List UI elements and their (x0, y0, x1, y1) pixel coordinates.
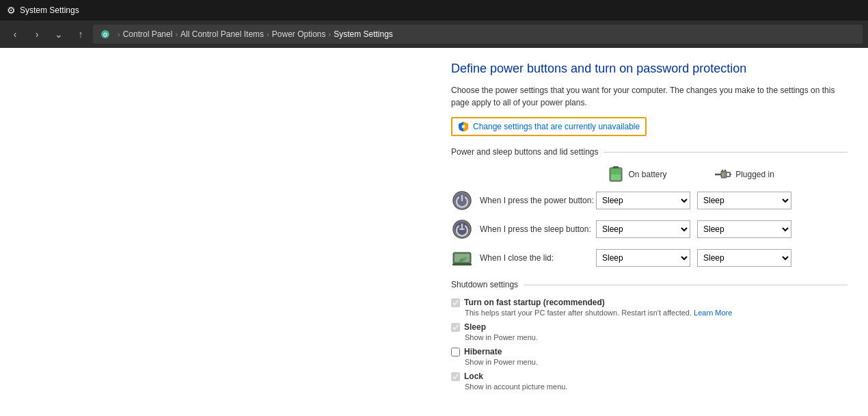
title-bar: ⚙ System Settings (0, 0, 868, 21)
breadcrumb-system-settings: System Settings (334, 29, 393, 39)
hibernate-item: Hibernate Show in Power menu. (451, 347, 847, 366)
svg-rect-4 (613, 166, 619, 168)
sleep-shutdown-desc: Show in Power menu. (465, 333, 847, 341)
learn-more-link[interactable]: Learn More (694, 309, 732, 317)
sleep-shutdown-row: Sleep (451, 322, 847, 332)
lid-close-battery-select[interactable]: Do nothing Sleep Hibernate Shut down Tur… (596, 249, 690, 267)
change-settings-text: Change settings that are currently unava… (473, 122, 640, 131)
column-headers: On battery Plugged in (451, 165, 847, 184)
fast-startup-desc: This helps start your PC faster after sh… (465, 309, 847, 317)
sleep-button-battery-select[interactable]: Do nothing Sleep Hibernate Shut down Tur… (596, 220, 690, 238)
right-panel: Define power buttons and turn on passwor… (437, 48, 868, 416)
svg-rect-19 (452, 263, 472, 265)
pluggedin-icon (712, 166, 731, 183)
up-button[interactable]: ↑ (71, 25, 90, 44)
shutdown-section: Shutdown settings Turn on fast startup (… (451, 280, 847, 391)
lid-close-label: When I close the lid: (480, 253, 596, 263)
power-icon-svg (452, 191, 472, 210)
sleep-shutdown-checkbox[interactable] (451, 323, 460, 332)
sleep-shutdown-item: Sleep Show in Power menu. (451, 322, 847, 341)
battery-icon (608, 165, 624, 184)
change-settings-link[interactable]: Change settings that are currently unava… (451, 117, 647, 136)
lock-row: Lock (451, 372, 847, 381)
main-content: Define power buttons and turn on passwor… (0, 48, 868, 416)
lid-close-icon (451, 247, 473, 269)
lock-item: Lock Show in account picture menu. (451, 372, 847, 391)
shield-uac-icon (458, 121, 469, 132)
sleep-button-label: When I press the sleep button: (480, 224, 596, 234)
lid-close-dropdowns: Do nothing Sleep Hibernate Shut down Tur… (596, 249, 791, 267)
breadcrumb-bar: ⚙ › Control Panel › All Control Panel It… (93, 25, 863, 44)
hibernate-row: Hibernate (451, 347, 847, 356)
pluggedin-column-header: Plugged in (694, 166, 793, 183)
power-button-row: When I press the power button: Do nothin… (451, 190, 847, 211)
fast-startup-row: Turn on fast startup (recommended) (451, 298, 847, 307)
title-bar-icon: ⚙ (7, 5, 16, 16)
shutdown-section-header: Shutdown settings (451, 280, 847, 289)
breadcrumb-all-items[interactable]: All Control Panel Items (180, 29, 264, 39)
svg-rect-6 (611, 174, 621, 180)
pluggedin-label: Plugged in (735, 170, 774, 179)
left-panel (0, 48, 437, 416)
hibernate-desc: Show in Power menu. (465, 358, 847, 366)
power-button-dropdowns: Do nothing Sleep Hibernate Shut down Tur… (596, 192, 791, 209)
battery-label: On battery (628, 170, 666, 179)
breadcrumb-power-options[interactable]: Power Options (272, 29, 326, 39)
fast-startup-checkbox[interactable] (451, 298, 460, 307)
power-sleep-section-header: Power and sleep buttons and lid settings (451, 147, 847, 157)
page-title: Define power buttons and turn on passwor… (451, 62, 847, 76)
lock-checkbox[interactable] (451, 372, 460, 381)
breadcrumb-control-panel[interactable]: Control Panel (123, 29, 173, 39)
lid-icon-svg (451, 247, 473, 269)
forward-button[interactable]: › (27, 25, 46, 44)
lock-label: Lock (464, 372, 483, 381)
power-button-icon (451, 190, 473, 211)
hibernate-label: Hibernate (464, 347, 502, 356)
power-button-battery-select[interactable]: Do nothing Sleep Hibernate Shut down Tur… (596, 192, 690, 209)
lock-desc: Show in account picture menu. (465, 382, 847, 391)
svg-text:⚙: ⚙ (103, 31, 108, 38)
title-bar-text: System Settings (20, 5, 79, 15)
svg-rect-16 (459, 229, 465, 230)
sleep-shutdown-label: Sleep (464, 322, 486, 332)
svg-point-2 (462, 125, 465, 129)
fast-startup-item: Turn on fast startup (recommended) This … (451, 298, 847, 317)
recent-locations-button[interactable]: ⌄ (49, 25, 68, 44)
sleep-icon-svg (452, 220, 472, 239)
page-description: Choose the power settings that you want … (451, 84, 847, 109)
hibernate-checkbox[interactable] (451, 348, 460, 356)
nav-bar: ‹ › ⌄ ↑ ⚙ › Control Panel › All Control … (0, 21, 868, 48)
power-button-plugged-select[interactable]: Do nothing Sleep Hibernate Shut down Tur… (697, 192, 791, 209)
fast-startup-label: Turn on fast startup (recommended) (464, 298, 605, 307)
lid-close-row: When I close the lid: Do nothing Sleep H… (451, 247, 847, 269)
sleep-button-plugged-select[interactable]: Do nothing Sleep Hibernate Shut down Tur… (697, 220, 791, 238)
sleep-button-dropdowns: Do nothing Sleep Hibernate Shut down Tur… (596, 220, 791, 238)
back-button[interactable]: ‹ (5, 25, 25, 44)
battery-column-header: On battery (588, 165, 687, 184)
power-button-label: When I press the power button: (480, 196, 596, 205)
lid-close-plugged-select[interactable]: Do nothing Sleep Hibernate Shut down Tur… (697, 249, 791, 267)
home-icon[interactable]: ⚙ (98, 27, 112, 41)
sleep-button-icon (451, 218, 473, 240)
sleep-button-row: When I press the sleep button: Do nothin… (451, 218, 847, 240)
